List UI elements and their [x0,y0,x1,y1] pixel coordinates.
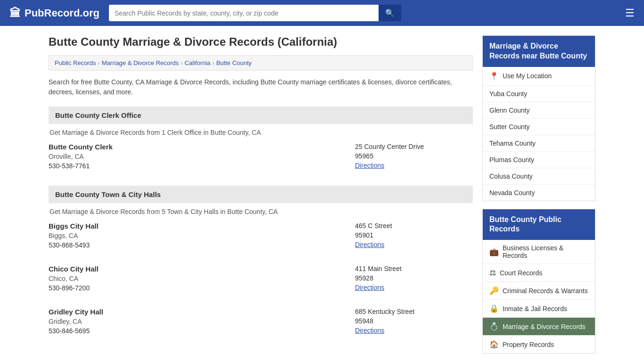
list-item: Glenn County [483,102,595,119]
list-item: Colusa County [483,168,595,185]
list-item: 🏠 Property Records [483,336,595,353]
nearby-counties-list: Yuba County Glenn County Sutter County T… [483,86,595,201]
nearby-county-sutter[interactable]: Sutter County [483,119,595,135]
public-record-marriage-active[interactable]: 💍 Marriage & Divorce Records [483,318,595,335]
public-record-label: Property Records [503,341,554,348]
use-location-label: Use My Location [503,72,552,80]
record-address-chico: 411 Main Street [355,265,473,272]
breadcrumb-item-marriage-records[interactable]: Marriage & Divorce Records [102,59,179,66]
list-item: Tehama County [483,135,595,152]
record-left-biggs: Biggs City Hall Biggs, CA 530-868-5493 [49,222,355,251]
scales-icon: ⚖ [489,268,496,277]
menu-button[interactable]: ☰ [625,7,635,19]
public-record-label: Business Licenses & Records [503,244,588,259]
public-record-label: Criminal Records & Warrants [503,287,588,295]
sidebar-nearby: Marriage & Divorce Records near Butte Co… [482,35,595,201]
nearby-county-yuba[interactable]: Yuba County [483,86,595,102]
nearby-county-colusa[interactable]: Colusa County [483,168,595,184]
record-address-biggs: 465 C Street [355,222,473,230]
content-area: Butte County Marriage & Divorce Records … [49,35,473,354]
public-record-court[interactable]: ⚖ Court Records [483,264,595,281]
breadcrumb-sep-1: › [98,59,99,66]
record-name-gridley: Gridley City Hall [49,308,355,316]
record-name: Butte County Clerk [49,143,355,151]
breadcrumb-item-butte-county[interactable]: Butte County [216,59,252,66]
record-right-biggs: 465 C Street 95901 Directions [355,222,473,251]
logo-text: PubRecord.org [25,7,99,19]
list-item: 🔑 Criminal Records & Warrants [483,282,595,300]
record-name-chico: Chico City Hall [49,265,355,273]
breadcrumb-sep-2: › [181,59,182,66]
section-header-clerk: Butte County Clerk Office [49,107,473,124]
nearby-county-plumas[interactable]: Plumas County [483,152,595,168]
section-header-city: Butte County Town & City Halls [49,186,473,203]
record-entry-chico: Chico City Hall Chico, CA 530-896-7200 4… [49,265,473,298]
record-city-biggs: Biggs, CA [49,232,355,239]
record-phone: 530-538-7761 [49,162,355,170]
public-record-label: Inmate & Jail Records [503,305,567,313]
record-entry: Butte County Clerk Oroville, CA 530-538-… [49,143,473,176]
ring-icon: 💍 [489,322,499,331]
public-record-criminal[interactable]: 🔑 Criminal Records & Warrants [483,282,595,299]
record-left-chico: Chico City Hall Chico, CA 530-896-7200 [49,265,355,294]
public-record-label: Court Records [500,269,542,277]
record-address: 25 County Center Drive [355,143,473,150]
record-city-gridley: Gridley, CA [49,318,355,325]
record-left: Butte County Clerk Oroville, CA 530-538-… [49,143,355,172]
record-city: Oroville, CA [49,153,355,160]
record-phone-gridley: 530-846-5695 [49,327,355,335]
site-logo[interactable]: 🏛 PubRecord.org [9,7,99,20]
list-item: Plumas County [483,152,595,168]
breadcrumb-item-public-records[interactable]: Public Records [55,59,96,66]
search-icon: 🔍 [385,9,395,17]
record-address-gridley: 685 Kentucky Street [355,308,473,315]
nearby-county-nevada[interactable]: Nevada County [483,185,595,201]
use-location[interactable]: 📍 Use My Location [483,67,595,86]
record-right-gridley: 685 Kentucky Street 95948 Directions [355,308,473,337]
breadcrumb-item-california[interactable]: California [184,59,210,66]
directions-link-chico[interactable]: Directions [355,284,384,291]
page-description: Search for free Butte County, CA Marriag… [49,77,473,97]
record-zip-chico: 95928 [355,274,473,282]
sidebar: Marriage & Divorce Records near Butte Co… [482,35,595,354]
public-record-business[interactable]: 💼 Business Licenses & Records [483,240,595,263]
list-item: Yuba County [483,86,595,102]
site-header: 🏛 PubRecord.org 🔍 ☰ [0,0,644,26]
list-item: ⚖ Court Records [483,264,595,282]
breadcrumb-sep-3: › [212,59,214,66]
record-phone-chico: 530-896-7200 [49,284,355,292]
public-record-label: Marriage & Divorce Records [503,323,586,330]
sidebar-public-records: Butte County Public Records 💼 Business L… [482,209,595,354]
sidebar-nearby-header: Marriage & Divorce Records near Butte Co… [483,36,595,67]
directions-link-gridley[interactable]: Directions [355,327,384,334]
nearby-county-tehama[interactable]: Tehama County [483,135,595,151]
main-container: Butte County Marriage & Divorce Records … [39,26,605,362]
directions-link-biggs[interactable]: Directions [355,241,384,248]
list-item-active: 💍 Marriage & Divorce Records [483,318,595,336]
public-record-property[interactable]: 🏠 Property Records [483,336,595,353]
house-icon: 🏠 [489,340,499,349]
search-button[interactable]: 🔍 [379,5,401,21]
public-record-inmate[interactable]: 🔒 Inmate & Jail Records [483,300,595,317]
section-desc-city: Get Marriage & Divorce Records from 5 To… [49,208,473,215]
list-item: 🔒 Inmate & Jail Records [483,300,595,318]
record-zip-biggs: 95901 [355,231,473,239]
directions-link[interactable]: Directions [355,162,384,169]
section-clerk-office: Butte County Clerk Office Get Marriage &… [49,107,473,176]
public-records-list: 💼 Business Licenses & Records ⚖ Court Re… [483,240,595,353]
record-entry-gridley: Gridley City Hall Gridley, CA 530-846-56… [49,308,473,341]
key-icon: 🔑 [489,286,499,295]
public-records-header: Butte County Public Records [483,209,595,240]
record-zip: 95965 [355,152,473,160]
nearby-county-glenn[interactable]: Glenn County [483,102,595,118]
record-right: 25 County Center Drive 95965 Directions [355,143,473,172]
search-input[interactable] [109,5,379,21]
list-item: Nevada County [483,185,595,201]
record-right-chico: 411 Main Street 95928 Directions [355,265,473,294]
breadcrumb: Public Records › Marriage & Divorce Reco… [49,55,473,71]
briefcase-icon: 💼 [489,247,499,256]
search-container: 🔍 [109,5,401,21]
record-entry-biggs: Biggs City Hall Biggs, CA 530-868-5493 4… [49,222,473,255]
list-item: Sutter County [483,119,595,135]
hamburger-icon: ☰ [625,7,635,19]
